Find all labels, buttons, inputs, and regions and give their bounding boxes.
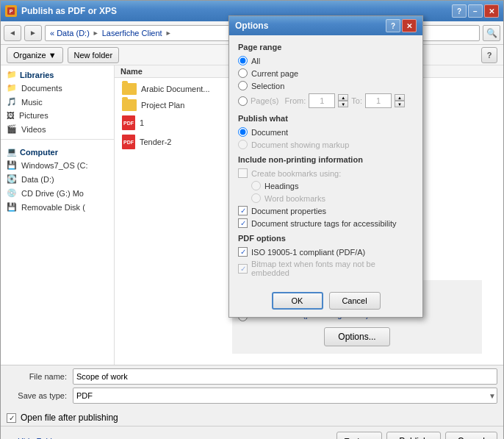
- dialog-overlay: Options ? ✕ Page range All Current page: [1, 1, 503, 438]
- document-label: Document: [251, 128, 288, 137]
- iso-cb-row: ISO 19005-1 compliant (PDF/A): [238, 247, 414, 257]
- bookmarks-cb-row: Create bookmarks using:: [238, 168, 414, 178]
- all-label: All: [251, 57, 260, 65]
- current-page-label: Current page: [251, 69, 298, 78]
- doc-properties-label: Document properties: [251, 207, 326, 215]
- from-down-spin[interactable]: ▼: [338, 101, 348, 107]
- word-bookmarks-radio[interactable]: [251, 193, 261, 203]
- document-radio[interactable]: [238, 127, 248, 137]
- options-dialog: Options ? ✕ Page range All Current page: [228, 15, 423, 318]
- doc-properties-checkbox[interactable]: [238, 206, 248, 215]
- pages-radio[interactable]: [238, 96, 248, 106]
- page-range-label: Page range: [238, 43, 414, 51]
- dialog-title-bar: Options ? ✕: [229, 16, 422, 35]
- dialog-title-buttons: ? ✕: [386, 19, 417, 32]
- bookmarks-label: Create bookmarks using:: [251, 169, 341, 178]
- current-page-radio-row: Current page: [238, 68, 414, 78]
- document-markup-radio[interactable]: [238, 140, 248, 149]
- pages-label: Page(s): [251, 96, 279, 105]
- dialog-close-button[interactable]: ✕: [402, 19, 417, 32]
- document-markup-radio-row: Document showing markup: [238, 140, 414, 149]
- headings-radio-row: Headings: [238, 181, 414, 190]
- bitmap-label: Bitmap text when fonts may not be embedd…: [251, 260, 414, 277]
- pages-radio-row: Page(s) From: ▲ ▼ To: ▲ ▼: [238, 93, 414, 108]
- to-down-spin[interactable]: ▼: [395, 101, 405, 107]
- pdf-options-label: PDF options: [238, 234, 414, 243]
- bitmap-cb-row: Bitmap text when fonts may not be embedd…: [238, 260, 414, 277]
- all-radio[interactable]: [238, 56, 248, 65]
- from-input[interactable]: [309, 93, 335, 108]
- non-printing-label: Include non-printing information: [238, 155, 414, 164]
- to-label: To:: [351, 96, 362, 105]
- dialog-title-text: Options: [235, 21, 386, 31]
- structure-tags-label: Document structure tags for accessibilit…: [251, 219, 396, 228]
- word-bookmarks-label: Word bookmarks: [264, 194, 325, 203]
- publish-what-label: Publish what: [238, 114, 414, 123]
- from-spin: ▲ ▼: [338, 94, 348, 107]
- document-markup-label: Document showing markup: [251, 140, 349, 149]
- structure-tags-cb-row: Document structure tags for accessibilit…: [238, 218, 414, 228]
- to-input[interactable]: [365, 93, 392, 108]
- headings-label: Headings: [264, 182, 298, 190]
- dialog-footer: OK Cancel: [229, 288, 422, 317]
- iso-label: ISO 19005-1 compliant (PDF/A): [251, 248, 365, 257]
- from-label: From:: [285, 96, 306, 105]
- bitmap-checkbox[interactable]: [238, 264, 248, 274]
- all-radio-row: All: [238, 56, 414, 65]
- iso-checkbox[interactable]: [238, 247, 248, 257]
- from-up-spin[interactable]: ▲: [338, 94, 348, 101]
- ok-button[interactable]: OK: [272, 292, 323, 310]
- structure-tags-checkbox[interactable]: [238, 218, 248, 228]
- selection-radio-row: Selection: [238, 81, 414, 90]
- dialog-cancel-label: Cancel: [342, 296, 367, 305]
- document-radio-row: Document: [238, 127, 414, 137]
- selection-radio[interactable]: [238, 81, 248, 90]
- word-bookmarks-radio-row: Word bookmarks: [238, 193, 414, 203]
- selection-label: Selection: [251, 82, 284, 90]
- current-page-radio[interactable]: [238, 68, 248, 78]
- bookmarks-checkbox[interactable]: [238, 168, 248, 178]
- ok-label: OK: [292, 296, 303, 305]
- doc-properties-cb-row: Document properties: [238, 206, 414, 215]
- to-spin: ▲ ▼: [395, 94, 405, 107]
- to-up-spin[interactable]: ▲: [395, 94, 405, 101]
- dialog-cancel-button[interactable]: Cancel: [329, 292, 381, 310]
- main-window: P Publish as PDF or XPS ? − ✕ ◄ ► « Data…: [0, 0, 504, 439]
- dialog-body: Page range All Current page Selection Pa…: [229, 35, 422, 288]
- headings-radio[interactable]: [251, 181, 261, 190]
- dialog-help-button[interactable]: ?: [386, 19, 400, 32]
